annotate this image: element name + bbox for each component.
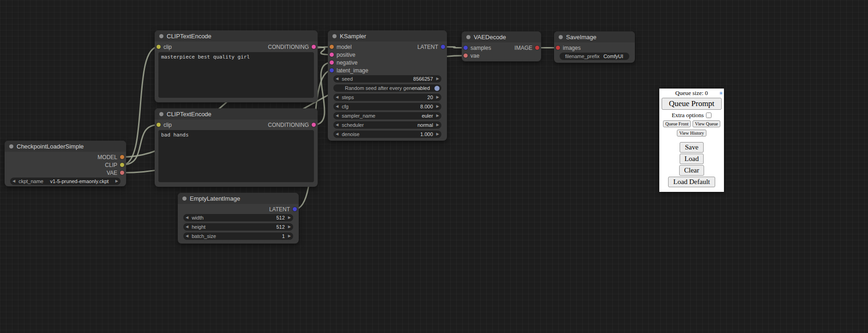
seed-widget[interactable]: ◀ seed 8566257 ▶: [333, 75, 441, 83]
queue-front-button[interactable]: Queue Front: [663, 120, 691, 127]
conditioning-port-dot-icon[interactable]: [312, 123, 316, 127]
next-arrow-icon[interactable]: ▶: [115, 179, 118, 183]
extra-options-checkbox[interactable]: [706, 113, 711, 118]
collapse-dot-icon[interactable]: [182, 196, 187, 201]
collapse-dot-icon[interactable]: [559, 35, 563, 39]
positive-input-port[interactable]: positive: [330, 52, 356, 58]
queue-prompt-button[interactable]: Queue Prompt: [662, 98, 722, 110]
clip-port-dot-icon[interactable]: [157, 45, 161, 49]
next-arrow-icon[interactable]: ▶: [436, 123, 439, 127]
clear-button[interactable]: Clear: [679, 165, 704, 176]
conditioning-output-port[interactable]: CONDITIONING: [268, 122, 316, 128]
load-button[interactable]: Load: [680, 154, 704, 164]
image-port-dot-icon[interactable]: [556, 46, 560, 50]
graph-canvas[interactable]: { "type_colors": { "MODEL": "#c97c3a", "…: [0, 0, 868, 333]
height-widget[interactable]: ◀ height 512 ▶: [183, 223, 293, 231]
ckpt-name-widget[interactable]: ◀ ckpt_name v1-5-pruned-emaonly.ckpt ▶: [10, 178, 121, 185]
decrement-arrow-icon[interactable]: ◀: [186, 216, 188, 220]
latent-port-dot-icon[interactable]: [293, 207, 297, 211]
latent-image-input-port[interactable]: latent_image: [330, 67, 368, 74]
next-arrow-icon[interactable]: ▶: [436, 114, 439, 118]
model-port-dot-icon[interactable]: [330, 45, 334, 49]
node-title-bar[interactable]: EmptyLatentImage: [178, 193, 299, 204]
scheduler-widget[interactable]: ◀ scheduler normal ▶: [333, 121, 441, 129]
latent-output-port[interactable]: LATENT: [417, 44, 445, 50]
vae-port-dot-icon[interactable]: [120, 171, 124, 175]
latent-output-port[interactable]: LATENT: [269, 206, 297, 213]
increment-arrow-icon[interactable]: ▶: [288, 216, 291, 220]
increment-arrow-icon[interactable]: ▶: [436, 105, 439, 108]
positive-prompt-textarea[interactable]: masterpiece best quality girl: [158, 52, 314, 98]
node-save-image[interactable]: SaveImage images filename_prefix ComfyUI: [554, 31, 635, 63]
collapse-dot-icon[interactable]: [332, 34, 337, 38]
save-button[interactable]: Save: [680, 142, 703, 153]
view-queue-button[interactable]: View Queue: [693, 120, 720, 127]
sampler-name-widget[interactable]: ◀ sampler_name euler ▶: [333, 112, 441, 119]
prev-arrow-icon[interactable]: ◀: [12, 179, 15, 183]
prev-arrow-icon[interactable]: ◀: [336, 123, 338, 127]
increment-arrow-icon[interactable]: ▶: [436, 95, 439, 99]
node-vae-decode[interactable]: VAEDecode samples IMAGE vae: [462, 31, 541, 61]
batch-size-widget[interactable]: ◀ batch_size 1 ▶: [183, 232, 293, 240]
clip-port-dot-icon[interactable]: [120, 163, 124, 167]
steps-widget[interactable]: ◀ steps 20 ▶: [333, 94, 441, 101]
model-port-dot-icon[interactable]: [120, 155, 124, 159]
model-input-port[interactable]: model: [330, 44, 352, 50]
prev-arrow-icon[interactable]: ◀: [336, 114, 338, 118]
clip-input-port[interactable]: clip: [157, 44, 172, 50]
node-title-bar[interactable]: CLIPTextEncode: [155, 108, 318, 119]
latent-port-dot-icon[interactable]: [441, 45, 445, 49]
conditioning-port-dot-icon[interactable]: [312, 45, 316, 49]
node-empty-latent-image[interactable]: EmptyLatentImage LATENT ◀ width 512 ▶ ◀ …: [178, 193, 299, 244]
node-title-bar[interactable]: CLIPTextEncode: [155, 30, 318, 42]
toggle-knob-icon[interactable]: [434, 86, 440, 91]
clip-port-dot-icon[interactable]: [157, 123, 161, 127]
samples-input-port[interactable]: samples: [464, 45, 491, 51]
latent-port-dot-icon[interactable]: [330, 68, 334, 72]
decrement-arrow-icon[interactable]: ◀: [336, 132, 338, 136]
cfg-widget[interactable]: ◀ cfg 8.000 ▶: [333, 103, 441, 110]
load-default-button[interactable]: Load Default: [668, 177, 715, 187]
conditioning-output-port[interactable]: CONDITIONING: [268, 44, 316, 50]
images-input-port[interactable]: images: [556, 45, 581, 51]
view-history-button[interactable]: View History: [677, 130, 706, 137]
width-widget[interactable]: ◀ width 512 ▶: [183, 214, 293, 221]
node-clip-text-encode-positive[interactable]: CLIPTextEncode clip CONDITIONING masterp…: [155, 30, 318, 102]
negative-prompt-textarea[interactable]: bad hands: [158, 130, 314, 182]
vae-output-port[interactable]: VAE: [107, 170, 124, 176]
node-title-bar[interactable]: KSampler: [328, 30, 447, 42]
collapse-dot-icon[interactable]: [159, 34, 163, 38]
negative-input-port[interactable]: negative: [330, 59, 357, 66]
node-title-bar[interactable]: VAEDecode: [462, 31, 541, 42]
clip-output-port[interactable]: CLIP: [105, 162, 124, 168]
node-ksampler[interactable]: KSampler model LATENT positive negative: [328, 30, 447, 141]
decrement-arrow-icon[interactable]: ◀: [336, 77, 338, 81]
collapse-dot-icon[interactable]: [466, 35, 470, 39]
image-port-dot-icon[interactable]: [535, 46, 539, 50]
increment-arrow-icon[interactable]: ▶: [436, 77, 439, 81]
vae-input-port[interactable]: vae: [464, 53, 479, 59]
settings-icon[interactable]: ✳: [719, 89, 723, 97]
filename-prefix-widget[interactable]: filename_prefix ComfyUI: [560, 53, 629, 60]
denoise-widget[interactable]: ◀ denoise 1.000 ▶: [333, 131, 441, 138]
increment-arrow-icon[interactable]: ▶: [288, 225, 291, 229]
decrement-arrow-icon[interactable]: ◀: [336, 95, 338, 99]
conditioning-port-dot-icon[interactable]: [330, 53, 334, 57]
decrement-arrow-icon[interactable]: ◀: [336, 105, 338, 108]
decrement-arrow-icon[interactable]: ◀: [186, 234, 188, 238]
vae-port-dot-icon[interactable]: [464, 54, 468, 58]
increment-arrow-icon[interactable]: ▶: [288, 234, 291, 238]
clip-input-port[interactable]: clip: [157, 122, 172, 128]
node-checkpoint-loader[interactable]: CheckpointLoaderSimple MODEL CLIP VAE ◀ …: [5, 141, 126, 186]
node-title-bar[interactable]: CheckpointLoaderSimple: [5, 141, 126, 152]
decrement-arrow-icon[interactable]: ◀: [186, 225, 188, 229]
node-title-bar[interactable]: SaveImage: [554, 31, 635, 42]
collapse-dot-icon[interactable]: [159, 112, 163, 116]
conditioning-port-dot-icon[interactable]: [330, 60, 334, 65]
increment-arrow-icon[interactable]: ▶: [436, 132, 439, 136]
node-clip-text-encode-negative[interactable]: CLIPTextEncode clip CONDITIONING bad han…: [155, 108, 318, 187]
image-output-port[interactable]: IMAGE: [514, 45, 539, 51]
random-seed-toggle[interactable]: Random seed after every gen enabled: [333, 84, 441, 92]
model-output-port[interactable]: MODEL: [97, 154, 124, 161]
latent-port-dot-icon[interactable]: [464, 46, 468, 50]
